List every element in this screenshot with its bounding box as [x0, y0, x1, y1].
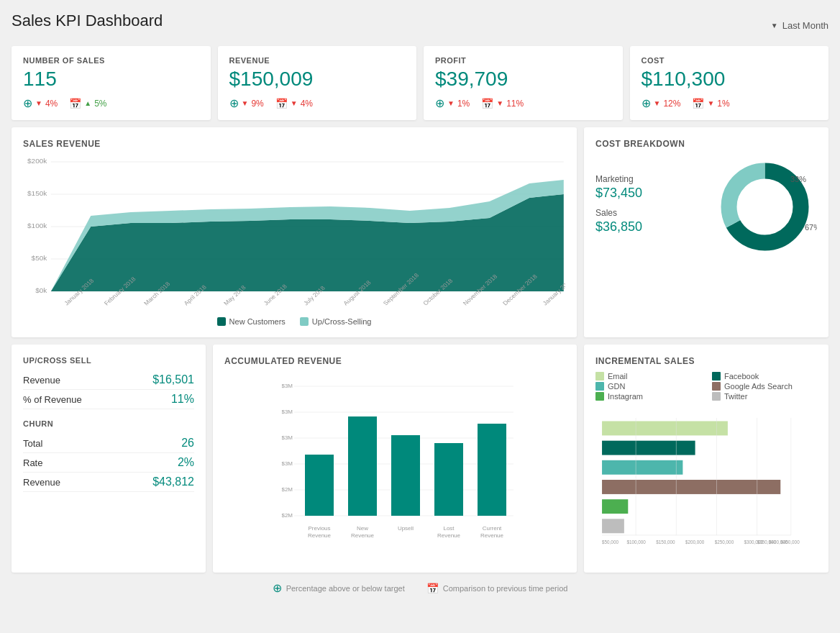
churn-section: CHURN Total 26 Rate 2% Revenue $43,812	[23, 419, 194, 492]
churn-title: CHURN	[23, 419, 194, 428]
arrow-down-icon: ▼	[242, 99, 249, 107]
legend-facebook: Facebook	[712, 372, 817, 381]
filter-triangle-icon: ▼	[771, 22, 778, 29]
churn-total-value: 26	[181, 437, 194, 450]
arrow-up-icon: ▲	[84, 99, 91, 107]
svg-rect-42	[305, 455, 334, 516]
kpi-metrics-revenue: ⊕ ▼ 9% 📅 ▼ 4%	[229, 96, 406, 110]
kpi-card-sales: NUMBER OF SALES 115 ⊕ ▼ 4% 📅 ▲ 5%	[12, 46, 211, 120]
target-icon: ⊕	[642, 96, 651, 110]
svg-rect-61	[602, 519, 624, 533]
kpi-value-cost: $110,300	[642, 68, 818, 91]
arrow-down-icon-2: ▼	[291, 99, 298, 107]
upcross-title: UP/CROSS SELL	[23, 356, 194, 365]
legend-dot-facebook	[712, 372, 721, 381]
accumulated-revenue-title: ACCUMULATED REVENUE	[224, 356, 565, 366]
kpi-label-sales: NUMBER OF SALES	[23, 56, 199, 65]
bottom-row: UP/CROSS SELL Revenue $16,501 % of Reven…	[12, 345, 828, 573]
kpi-period-pct-revenue: 4%	[301, 99, 313, 109]
cost-marketing-value: $73,450	[595, 186, 713, 201]
middle-row: SALES REVENUE $200k $150k $100k $50k $0k	[12, 127, 828, 337]
churn-total-label: Total	[23, 438, 42, 449]
sales-revenue-card: SALES REVENUE $200k $150k $100k $50k $0k	[12, 127, 577, 337]
svg-text:$150k: $150k	[27, 189, 47, 196]
legend-new-customers: New Customers	[217, 317, 286, 326]
svg-text:$3M: $3M	[281, 383, 293, 389]
svg-text:Revenue: Revenue	[308, 532, 332, 539]
svg-rect-60	[602, 499, 628, 514]
legend-label-twitter: Twitter	[724, 392, 747, 401]
page-title: Sales KPI Dashboard	[12, 12, 163, 30]
cost-sales-value: $36,850	[595, 219, 713, 234]
cost-donut-chart: 33% 67%	[713, 155, 817, 261]
svg-rect-56	[602, 421, 728, 435]
legend-label-upcross: Up/Cross-Selling	[312, 317, 372, 326]
svg-rect-59	[602, 480, 780, 494]
kpi-card-cost: COST $110,300 ⊕ ▼ 12% 📅 ▼ 1%	[630, 46, 829, 120]
target-icon: ⊕	[23, 96, 32, 110]
svg-text:New: New	[357, 525, 368, 532]
legend-label-email: Email	[608, 372, 628, 381]
calendar-icon: 📅	[481, 98, 493, 109]
svg-text:$50k: $50k	[32, 254, 47, 261]
legend-email: Email	[595, 372, 700, 381]
svg-text:$200,000: $200,000	[685, 539, 705, 545]
svg-text:$100,000: $100,000	[626, 539, 646, 545]
footer-calendar-text: Comparison to previous time period	[443, 584, 568, 593]
kpi-metric-target-sales: ⊕ ▼ 4%	[23, 96, 58, 110]
target-icon: ⊕	[229, 96, 239, 110]
kpi-card-revenue: REVENUE $150,009 ⊕ ▼ 9% 📅 ▼ 4%	[218, 46, 417, 120]
svg-text:Current: Current	[483, 525, 502, 532]
legend-dot-gdn	[595, 382, 604, 391]
legend-dot-upcross	[300, 317, 309, 326]
svg-text:$3M: $3M	[281, 460, 293, 467]
cost-breakdown-title: COST BREAKDOWN	[595, 139, 817, 149]
svg-rect-46	[478, 424, 506, 516]
accumulated-revenue-chart: $3M $3M $3M $3M $2M $2M	[224, 372, 565, 561]
kpi-target-pct-cost: 12%	[663, 99, 680, 109]
svg-rect-43	[348, 416, 377, 516]
svg-text:$50,000: $50,000	[602, 539, 618, 545]
kpi-value-profit: $39,709	[435, 68, 611, 91]
kpi-target-pct-profit: 1%	[457, 99, 470, 109]
upcross-revenue-row: Revenue $16,501	[23, 370, 194, 390]
kpi-value-revenue: $150,009	[229, 68, 406, 91]
kpi-metrics-sales: ⊕ ▼ 4% 📅 ▲ 5%	[23, 96, 199, 110]
svg-text:Upsell: Upsell	[398, 525, 414, 532]
svg-rect-45	[434, 443, 463, 516]
churn-rate-label: Rate	[23, 457, 42, 468]
svg-text:67%: 67%	[805, 223, 817, 232]
kpi-metric-target-cost: ⊕ ▼ 12%	[642, 96, 681, 110]
incremental-svg: $50,000 $100,000 $150,000 $200,000 $250,…	[595, 408, 817, 552]
calendar-icon: 📅	[275, 98, 288, 109]
upcross-revenue-value: $16,501	[152, 373, 194, 386]
legend-dot-email	[595, 372, 604, 381]
upcross-pct-value: 11%	[171, 393, 194, 406]
svg-text:Lost: Lost	[443, 525, 455, 532]
legend-label-google-ads: Google Ads Search	[724, 382, 793, 391]
kpi-row: NUMBER OF SALES 115 ⊕ ▼ 4% 📅 ▲ 5% REVENU…	[12, 46, 828, 120]
calendar-icon: 📅	[69, 98, 81, 109]
cost-breakdown-card: COST BREAKDOWN Marketing $73,450 Sales $…	[584, 127, 828, 337]
filter-label[interactable]: Last Month	[782, 20, 828, 31]
svg-text:$200k: $200k	[27, 157, 47, 164]
footer: ⊕ Percentage above or below target 📅 Com…	[12, 581, 828, 595]
kpi-metrics-profit: ⊕ ▼ 1% 📅 ▼ 11%	[435, 96, 611, 110]
legend-label-facebook: Facebook	[724, 372, 759, 381]
sales-revenue-title: SALES REVENUE	[23, 139, 565, 149]
legend-dot-google-ads	[712, 382, 721, 391]
svg-text:$3M: $3M	[281, 409, 293, 415]
arrow-down-icon: ▼	[447, 99, 455, 107]
svg-text:$450,000: $450,000	[780, 539, 800, 545]
arrow-down-icon-2: ▼	[707, 99, 714, 107]
legend-dot-instagram	[595, 392, 604, 401]
legend-dot-new-customers	[217, 317, 226, 326]
kpi-metric-target-revenue: ⊕ ▼ 9%	[229, 96, 264, 110]
target-icon: ⊕	[435, 96, 444, 110]
kpi-target-pct-revenue: 9%	[251, 99, 263, 109]
svg-text:Revenue: Revenue	[437, 532, 461, 539]
incremental-sales-title: INCREMENTAL SALES	[595, 356, 817, 366]
kpi-metric-period-profit: 📅 ▼ 11%	[481, 96, 524, 110]
svg-text:$2M: $2M	[281, 486, 293, 493]
accumulated-revenue-card: ACCUMULATED REVENUE $3M $3M $3M $3M $2M …	[213, 345, 577, 573]
